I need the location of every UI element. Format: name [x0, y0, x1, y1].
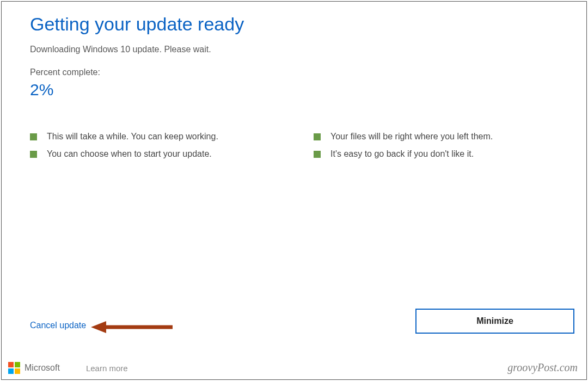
minimize-button[interactable]: Minimize [415, 309, 574, 334]
bullet-text: This will take a while. You can keep wor… [47, 132, 218, 142]
update-window: Getting your update ready Downloading Wi… [1, 1, 587, 380]
page-title: Getting your update ready [30, 14, 565, 35]
bullet-text: It's easy to go back if you don't like i… [330, 149, 474, 159]
percent-label: Percent complete: [30, 67, 565, 77]
bullet-text: You can choose when to start your update… [47, 149, 212, 159]
square-bullet-icon [314, 151, 321, 158]
svg-marker-1 [91, 321, 106, 333]
footer: Microsoft Learn more [8, 362, 128, 374]
status-message: Downloading Windows 10 update. Please wa… [30, 45, 565, 54]
bullet-item: Your files will be right where you left … [314, 132, 565, 142]
bullet-item: It's easy to go back if you don't like i… [314, 149, 565, 159]
cancel-update-link[interactable]: Cancel update [30, 321, 86, 330]
bullet-col-right: Your files will be right where you left … [314, 132, 565, 167]
bullet-col-left: This will take a while. You can keep wor… [30, 132, 281, 167]
annotation-arrow-icon [91, 321, 173, 333]
microsoft-logo-icon [8, 362, 20, 374]
bullet-item: You can choose when to start your update… [30, 149, 281, 159]
bullet-text: Your files will be right where you left … [330, 132, 493, 142]
bullet-item: This will take a while. You can keep wor… [30, 132, 281, 142]
info-bullets: This will take a while. You can keep wor… [30, 132, 565, 167]
square-bullet-icon [314, 133, 321, 140]
square-bullet-icon [30, 133, 37, 140]
main-content: Getting your update ready Downloading Wi… [30, 14, 565, 167]
learn-more-link[interactable]: Learn more [86, 364, 128, 373]
square-bullet-icon [30, 151, 37, 158]
watermark: groovyPost.com [507, 361, 578, 374]
brand-name: Microsoft [24, 363, 60, 373]
percent-value: 2% [30, 81, 565, 99]
